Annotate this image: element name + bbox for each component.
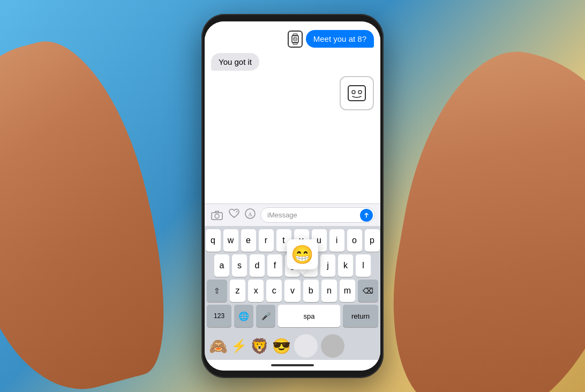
key-d[interactable]: d [250,254,265,277]
home-indicator [271,364,314,366]
globe-key[interactable]: 🌐 [234,305,253,327]
mic-key[interactable]: 🎤 [256,305,275,327]
emoji-circle-2 [321,334,344,358]
key-n[interactable]: n [321,280,337,302]
imessage-input[interactable]: iMessage [260,207,375,223]
key-l[interactable]: l [356,254,371,277]
keyboard: q w e r t y u i o p a s d f g h j k [205,226,380,332]
numbers-key[interactable]: 123 [207,305,231,327]
emoji-lion[interactable]: 🦁 [250,337,269,355]
outgoing-bubble: Meet you at 8? [306,30,374,48]
incoming-bubble: You got it [211,53,259,71]
emoji-sunglasses[interactable]: 😎 [272,337,291,355]
svg-point-7 [352,91,355,94]
svg-point-8 [358,91,362,94]
outgoing-message: Meet you at 8? [288,30,374,48]
digitaltouch-icon[interactable] [228,208,240,222]
emoji-bar: 🙈 ⚡ 🦁 😎 [205,332,380,360]
keyboard-row-4: 123 🌐 🎤 spa return [207,305,378,327]
incoming-text: You got it [219,57,252,66]
key-x[interactable]: x [248,280,264,302]
messages-area: Meet you at 8? You got it [205,21,380,203]
key-v[interactable]: v [284,280,300,302]
svg-text:A: A [248,211,252,217]
watch-icon [288,31,303,48]
key-p[interactable]: p [365,229,380,252]
key-a[interactable]: a [214,254,229,277]
appstore-icon[interactable]: A [244,208,256,222]
phone-screen: Meet you at 8? You got it [205,21,380,371]
backspace-key[interactable]: ⌫ [358,280,378,302]
key-w[interactable]: w [223,229,238,252]
key-s[interactable]: s [232,254,247,277]
emoji-bolt[interactable]: ⚡ [231,338,247,353]
return-key[interactable]: return [343,305,378,327]
svg-point-10 [215,214,219,218]
emoji-popup: 😁 [287,239,318,273]
key-k[interactable]: k [338,254,353,277]
key-b[interactable]: b [303,280,319,302]
emoji-popup-face: 😁 [291,244,313,265]
phone: Meet you at 8? You got it [201,14,384,378]
key-q[interactable]: q [206,229,221,252]
input-placeholder: iMessage [267,211,297,219]
input-bar: A iMessage [205,203,380,226]
send-button[interactable] [360,209,373,222]
key-e[interactable]: e [241,229,256,252]
animoji-sticker[interactable] [340,76,374,110]
key-c[interactable]: c [266,280,282,302]
svg-rect-6 [348,86,365,101]
bottom-bar [205,360,380,371]
key-z[interactable]: z [230,280,245,302]
outgoing-text: Meet you at 8? [313,34,366,43]
emoji-circle-1 [294,334,318,358]
imessage-input-wrap: iMessage [260,207,375,223]
incoming-message: You got it [211,53,259,71]
key-j[interactable]: j [320,254,335,277]
camera-icon[interactable] [210,208,224,222]
emoji-monkey[interactable]: 🙈 [209,337,228,355]
key-i[interactable]: i [329,229,344,252]
key-f[interactable]: f [267,254,282,277]
key-r[interactable]: r [259,229,274,252]
keyboard-row-3: ⇧ z x c v b n m ⌫ [207,280,378,302]
key-m[interactable]: m [340,280,355,302]
key-o[interactable]: o [347,229,362,252]
space-key[interactable]: spa [278,305,340,327]
shift-key[interactable]: ⇧ [207,280,227,302]
space-label: spa [304,312,315,320]
